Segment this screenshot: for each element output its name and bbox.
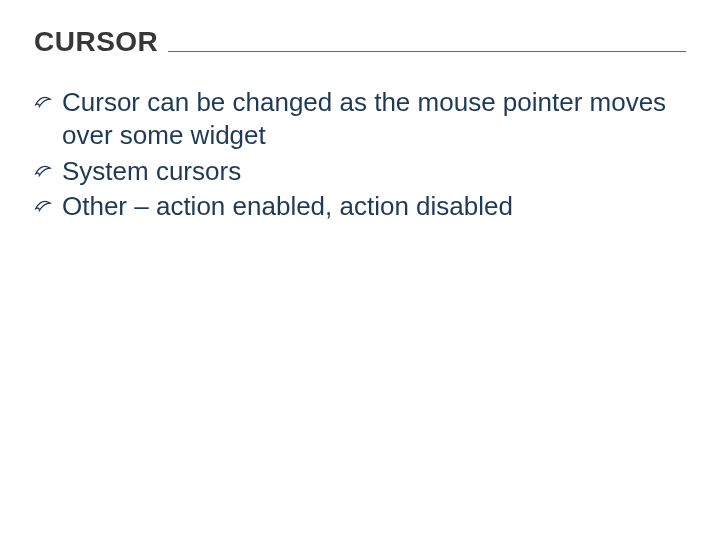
bullet-item: Other – action enabled, action disabled [34,190,686,223]
bullet-text: Cursor can be changed as the mouse point… [62,86,686,153]
flourish-bullet-icon [34,155,62,179]
bullet-text: Other – action enabled, action disabled [62,190,686,223]
slide-body: Cursor can be changed as the mouse point… [34,86,686,223]
bullet-item: Cursor can be changed as the mouse point… [34,86,686,153]
slide: CURSOR Cursor can be changed as the mous… [0,0,720,540]
bullet-item: System cursors [34,155,686,188]
flourish-bullet-icon [34,190,62,214]
title-row: CURSOR [34,26,686,58]
bullet-text: System cursors [62,155,686,188]
flourish-bullet-icon [34,86,62,110]
slide-title: CURSOR [34,26,168,58]
title-underline [168,51,686,52]
